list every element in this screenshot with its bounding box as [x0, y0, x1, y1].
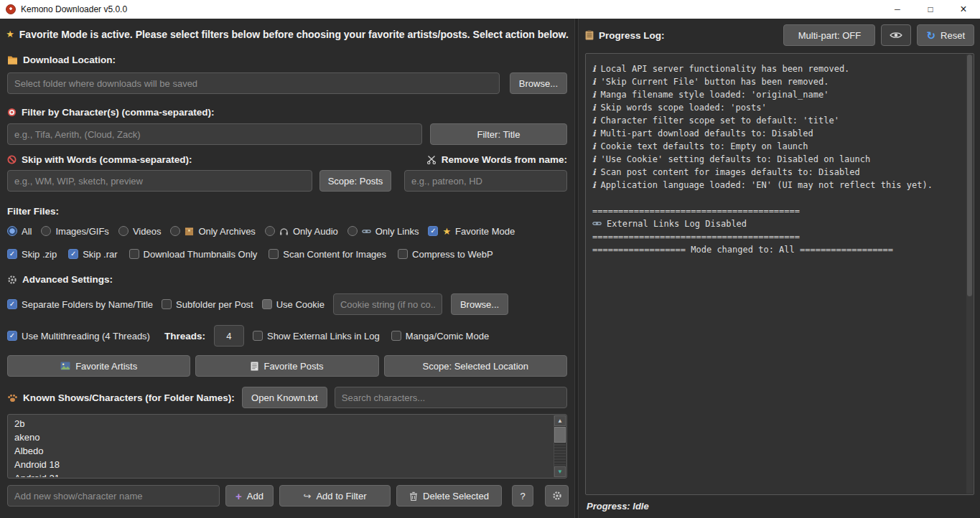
option-label: Manga/Comic Mode: [406, 331, 489, 342]
add-to-filter-button[interactable]: ↪ Add to Filter: [279, 485, 391, 507]
add-character-button[interactable]: + Add: [225, 485, 274, 507]
open-known-txt-button[interactable]: Open Known.txt: [242, 387, 327, 408]
scroll-track[interactable]: [554, 426, 566, 466]
reset-button[interactable]: ↻ Reset: [917, 24, 974, 46]
checkbox-indicator: [398, 249, 408, 259]
threads-input[interactable]: [214, 325, 244, 347]
close-button[interactable]: ×: [947, 0, 980, 19]
help-button[interactable]: ?: [512, 485, 533, 507]
radio-images-gifs[interactable]: Images/GIFs: [41, 226, 108, 237]
multipart-toggle-button[interactable]: Multi-part: OFF: [783, 24, 875, 46]
radio-videos[interactable]: Videos: [118, 226, 162, 237]
scissors-icon: [426, 155, 437, 164]
option-label: Subfolder per Post: [176, 299, 253, 310]
known-characters-label-text: Known Shows/Characters (for Folder Names…: [23, 392, 235, 403]
add-character-input[interactable]: [7, 485, 220, 507]
log-scrollbar[interactable]: [966, 55, 973, 494]
checkbox-separate-folders-by-name-title[interactable]: ✓Separate Folders by Name/Title: [7, 299, 153, 310]
multithreading-checkbox-wrap: ✓Use Multithreading (4 Threads): [7, 330, 150, 342]
window-title: Kemono Downloader v5.0.0: [21, 4, 127, 14]
advanced-settings-label-text: Advanced Settings:: [22, 274, 113, 285]
log-line: iMulti-part download defaults to: Disabl…: [592, 127, 961, 140]
option-label: Skip .rar: [83, 249, 117, 260]
known-characters-label: Known Shows/Characters (for Folder Names…: [7, 392, 235, 403]
option-label: Use Multithreading (4 Threads): [22, 331, 150, 342]
scroll-down-button[interactable]: ▼: [554, 466, 566, 477]
cookie-browse-button[interactable]: Browse...: [451, 293, 508, 315]
log-line: iManga filename style loaded: 'original_…: [592, 88, 961, 101]
progress-log-label: Progress Log:: [585, 30, 665, 41]
scroll-down-icon: ▼: [557, 469, 563, 475]
scroll-up-button[interactable]: ▲: [554, 415, 566, 426]
skip-words-scope-button[interactable]: Scope: Posts: [319, 170, 391, 192]
maximize-button[interactable]: □: [914, 0, 947, 19]
delete-selected-button[interactable]: Delete Selected: [396, 485, 502, 507]
character-filter-input[interactable]: [7, 123, 422, 145]
radio-indicator: [170, 226, 180, 236]
clipboard-icon: [585, 30, 594, 40]
radio-only-archives[interactable]: Only Archives: [170, 226, 255, 237]
scroll-thumb[interactable]: [554, 427, 566, 443]
checkbox-indicator: ✓: [68, 249, 78, 259]
app-logo-icon: [6, 4, 16, 14]
download-browse-button[interactable]: Browse...: [510, 72, 567, 94]
settings-button[interactable]: [545, 485, 569, 507]
checkbox-scan-content-for-images[interactable]: Scan Content for Images: [269, 249, 386, 260]
known-characters-list[interactable]: 2bakenoAlbedoAndroid 18Android 21 ▲ ▼: [7, 414, 567, 479]
info-icon: i: [592, 140, 596, 153]
favorite-posts-button[interactable]: Favorite Posts: [195, 355, 378, 377]
list-item[interactable]: akeno: [9, 430, 552, 444]
checkbox-indicator: [262, 299, 272, 309]
checkbox-skip-zip[interactable]: ✓Skip .zip: [7, 249, 57, 260]
list-item[interactable]: Albedo: [9, 444, 552, 458]
eye-toggle-button[interactable]: [881, 24, 911, 46]
cookie-string-input[interactable]: [333, 293, 442, 315]
option-label: Skip .zip: [22, 249, 57, 260]
download-location-input[interactable]: [7, 72, 500, 94]
checkbox-skip-rar[interactable]: ✓Skip .rar: [68, 249, 117, 260]
checkbox-subfolder-per-post[interactable]: Subfolder per Post: [162, 299, 253, 310]
minimize-button[interactable]: ─: [881, 0, 914, 19]
paw-icon: [7, 393, 18, 402]
list-item[interactable]: Android 18: [9, 458, 552, 471]
log-line: iScan post content for images defaults t…: [592, 166, 961, 179]
checkbox-indicator: [162, 299, 172, 309]
remove-words-input[interactable]: [404, 170, 567, 192]
threads-label: Threads:: [164, 331, 205, 342]
radio-all[interactable]: All: [7, 226, 32, 237]
log-scroll-thumb[interactable]: [967, 55, 972, 296]
link-icon: [362, 227, 371, 236]
favorite-artists-button[interactable]: Favorite Artists: [7, 355, 190, 377]
character-search-input[interactable]: [335, 387, 567, 408]
info-icon: i: [592, 62, 596, 75]
skip-words-input[interactable]: [7, 170, 312, 192]
progress-log-output[interactable]: iLocal API server functionality has been…: [585, 53, 974, 495]
log-text: ================== Mode changed to: All …: [592, 243, 893, 256]
checkbox-favorite-mode[interactable]: ✓★Favorite Mode: [428, 226, 515, 237]
character-filter-scope-button[interactable]: Filter: Title: [430, 123, 567, 145]
radio-only-audio[interactable]: Only Audio: [265, 226, 338, 237]
checkbox-use-cookie[interactable]: Use Cookie: [262, 299, 325, 310]
option-label: Use Cookie: [276, 299, 325, 310]
option-label: Scan Content for Images: [283, 249, 386, 260]
list-scrollbar[interactable]: ▲ ▼: [554, 415, 566, 477]
log-text: Skip words scope loaded: 'posts': [601, 101, 767, 114]
advanced-settings-label: Advanced Settings:: [7, 274, 567, 285]
option-label: Videos: [133, 226, 162, 237]
prohibited-icon: [7, 155, 17, 164]
star-icon: ★: [442, 227, 451, 236]
checkbox-manga-comic-mode[interactable]: Manga/Comic Mode: [391, 331, 489, 342]
radio-only-links[interactable]: Only Links: [347, 226, 419, 237]
checkbox-show-external-links-in-log[interactable]: Show External Links in Log: [253, 331, 380, 342]
scope-selected-location-button[interactable]: Scope: Selected Location: [384, 355, 567, 377]
list-item[interactable]: 2b: [9, 417, 552, 430]
radio-indicator: [265, 226, 275, 236]
log-text: 'Use Cookie' setting defaults to: Disabl…: [601, 153, 871, 166]
gear-icon: [7, 275, 17, 285]
checkbox-compress-to-webp[interactable]: Compress to WebP: [398, 249, 493, 260]
checkbox-download-thumbnails-only[interactable]: Download Thumbnails Only: [129, 249, 258, 260]
filter-files-label: Filter Files:: [7, 206, 567, 217]
checkbox-use-multithreading-4-threads[interactable]: ✓Use Multithreading (4 Threads): [7, 331, 150, 342]
list-item[interactable]: Android 21: [9, 471, 552, 477]
log-line: External Links Log Disabled: [592, 217, 961, 230]
